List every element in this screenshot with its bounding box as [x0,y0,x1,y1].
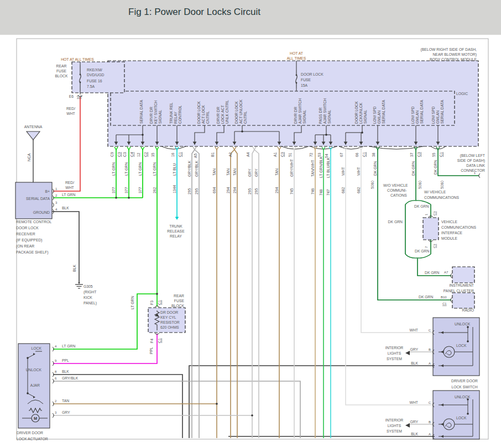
text-label: BLOCK [55,74,68,78]
text-label: REAR [56,64,67,68]
text-label: C3 [433,212,436,215]
text-label: 1344 [173,185,176,193]
text-label: WHT [357,167,361,176]
text-label: 682 [357,187,361,193]
text-label: RESISTOR [160,320,180,324]
text-label: RELAY [174,112,178,124]
text-label: 294 [226,187,230,193]
junction-dot [467,326,469,328]
figure-viewer: Fig 1: Power Door Locks Circuit MHOT AT … [0,0,501,448]
text-label: F3 [150,301,154,305]
text-label: C2 [144,152,148,157]
text-label: SIGNAL [363,110,367,124]
text-label: (ON REAR [16,244,34,249]
text-label: TAN/WHT [311,160,315,177]
text-label: SERIAL DATA [26,197,50,201]
text-label: E6 [69,94,74,98]
text-label: 38 [372,152,375,157]
text-label: GRY [62,410,70,414]
text-label: 377 [138,187,142,193]
text-label: AJAR [30,383,40,387]
text-label: 295 [187,188,191,194]
text-label: 66 [355,152,359,157]
junction-dot [467,340,469,342]
text-label: LOW SPD [373,107,377,124]
text-label: GMLAN [415,110,419,124]
text-label: CATIONS [390,193,407,197]
text-label: PACKAGE SHELF) [16,250,48,255]
text-label: RELEASE [167,229,185,233]
text-label: CONTROL [178,106,182,124]
text-label: ACT LOCK [201,105,205,124]
text-label: PPL [62,359,69,362]
text-label: DK GRN [434,160,437,175]
text-label: WHT [65,186,74,189]
text-label: DRVR DR [216,107,220,124]
text-label: C1 [362,152,366,157]
text-label: TAN [233,168,237,176]
text-label: LOCK [456,416,467,420]
text-label: G305 [84,284,93,288]
text-label: 15A [301,83,308,87]
text-label: TRUNK REL [169,102,173,124]
text-label: BLK [72,265,76,272]
text-label: DRIVER DOOR [451,379,478,383]
text-label: LOCK SWITCH [451,385,477,389]
text-label: B10 [441,296,447,299]
junction-dot [251,414,253,417]
text-label: A1 [273,152,277,157]
text-label: A7 [444,271,448,274]
text-label: GRY [248,168,252,177]
text-label: SERIAL DATA [382,100,385,124]
text-label: AJAR SWITCH [323,98,327,124]
text-label: GROUND [33,210,50,214]
text-label: LOCK [31,346,41,350]
text-label: W/ VEHICLE [424,190,446,194]
text-label: A2 [228,152,232,157]
text-label: FUSE [174,299,185,303]
text-label: GRY [254,168,258,177]
text-label: DRVR DR [149,107,153,124]
text-label: 7 [425,246,428,248]
junction-dot [241,130,243,133]
text-label: LT BLU [173,163,176,176]
text-label: 51 [288,152,292,157]
fuse-dot [80,82,81,83]
text-label: DR DOOR [160,310,178,314]
text-label: GRY/BLK [195,160,199,177]
text-label: B+ [45,189,50,193]
text-label: 35 [151,152,155,157]
text-label: PASS DR [319,108,322,124]
text-label: RKE/XM/ [87,68,102,72]
text-label: 16 [171,152,175,157]
text-label: C1 [178,152,182,157]
text-label: C3 [280,152,284,157]
text-label: LOGIC [456,92,468,96]
text-label: TAN [212,168,216,176]
junction-dot [156,293,158,295]
text-label: 377 [112,187,116,193]
junction-dot [27,357,29,359]
instrument-panel-cluster-box [452,267,474,283]
text-label: UNLOCK [26,368,42,372]
text-label: SERIAL DATA [420,100,424,124]
text-label: 747 [326,189,330,196]
text-label: KEY SWITCH [154,101,158,124]
text-label: UNLOCK [455,395,471,399]
text-label: GMLAN [377,110,381,124]
text-label: ANTENNA [24,125,43,129]
text-label: DK GRN [414,204,429,208]
junction-dot [216,403,218,405]
figure-title-bar: Fig 1: Power Door Locks Circuit [0,0,501,35]
text-label: 745 [290,188,294,194]
text-label: SIGNAL [327,110,331,124]
text-label: LT GRN [131,296,134,309]
text-label: GRY/BLK [62,376,79,380]
text-label: 5060 [370,181,374,189]
radio-box [452,293,474,308]
text-label: AJAR SWITCH [298,98,302,124]
text-label: 72 [309,152,313,157]
text-label: NCA [27,153,31,161]
figure-title: Fig 1: Power Door Locks Circuit [128,7,260,18]
text-label: F4 [150,339,154,343]
